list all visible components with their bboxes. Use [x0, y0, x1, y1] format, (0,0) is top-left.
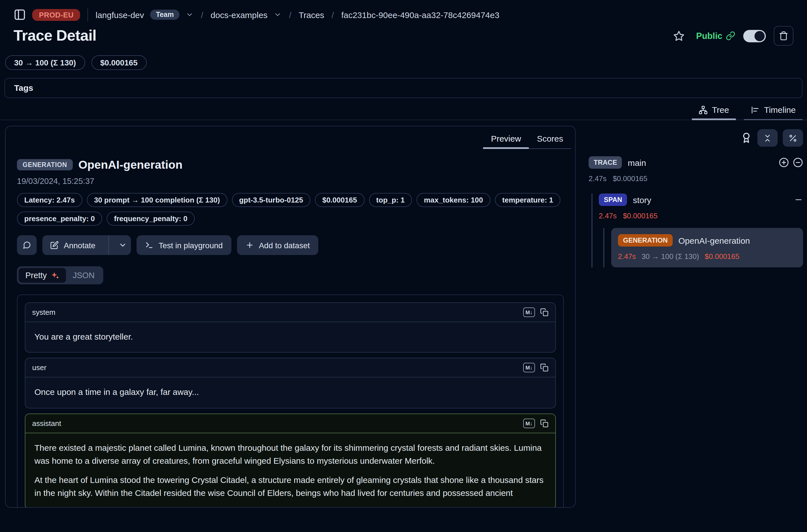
- copy-icon[interactable]: [540, 364, 548, 372]
- content: Preview Scores GENERATION OpenAI-generat…: [0, 120, 807, 508]
- message-tools: M↓: [523, 307, 548, 317]
- trace-cost: $0.000165: [613, 174, 648, 183]
- breadcrumb-separator: /: [289, 10, 291, 19]
- trace-metrics: 2.47s $0.000165: [588, 174, 803, 183]
- markdown-toggle-icon[interactable]: M↓: [523, 363, 535, 373]
- collapse-node-icon[interactable]: [794, 195, 803, 204]
- tab-timeline-label: Timeline: [764, 105, 796, 115]
- annotate-pen-icon: [50, 241, 59, 249]
- message-header: assistant M↓: [25, 414, 555, 433]
- collapse-all-button[interactable]: [757, 129, 778, 147]
- toggle-knob: [754, 31, 765, 41]
- terminal-icon: [145, 241, 153, 249]
- observation-type-badge: GENERATION: [17, 159, 73, 170]
- assistant-paragraph-2: At the heart of Lumina stood the towerin…: [34, 473, 546, 499]
- percent-icon: [788, 133, 797, 142]
- chevrons-down-up-icon: [763, 133, 772, 142]
- generation-latency: 2.47s: [618, 252, 636, 261]
- sidebar-toggle-icon[interactable]: [14, 8, 26, 21]
- detail-tabs: Preview Scores: [6, 126, 575, 149]
- divider: [88, 8, 88, 21]
- comment-button[interactable]: [17, 235, 37, 255]
- tags-section[interactable]: Tags: [4, 78, 803, 98]
- temperature-badge: temperature: 1: [495, 193, 561, 207]
- breadcrumb-org[interactable]: langfuse-dev: [96, 10, 144, 19]
- trace-tree-panel: TRACE main 2.47s $0.000165 SPAN story: [588, 126, 807, 267]
- observation-badges-row2: presence_penalty: 0 frequency_penalty: 0: [17, 212, 564, 226]
- breadcrumb-separator: /: [332, 10, 334, 19]
- environment-badge: PROD-EU: [32, 9, 80, 21]
- tab-timeline[interactable]: Timeline: [744, 105, 803, 120]
- assistant-paragraph-1: There existed a majestic planet called L…: [34, 441, 546, 467]
- annotate-split-button: Annotate: [42, 235, 131, 255]
- star-icon[interactable]: [674, 30, 685, 41]
- delete-button[interactable]: [774, 26, 793, 46]
- message-tools: M↓: [523, 363, 548, 373]
- tab-scores[interactable]: Scores: [529, 131, 571, 149]
- trace-summary: 30 → 100 (Σ 130) $0.000165: [0, 46, 807, 70]
- message-role: assistant: [32, 419, 61, 428]
- plus-circle-icon[interactable]: [779, 157, 789, 168]
- tree-icon: [698, 105, 707, 114]
- award-icon[interactable]: [740, 132, 752, 144]
- annotate-dropdown-button[interactable]: [114, 235, 131, 255]
- public-toggle[interactable]: [743, 30, 766, 42]
- public-link[interactable]: Public: [696, 31, 735, 41]
- annotate-button[interactable]: Annotate: [42, 235, 103, 255]
- span-metrics: 2.47s $0.000165: [599, 212, 803, 220]
- title-row: Trace Detail Public: [0, 21, 807, 46]
- add-to-dataset-button[interactable]: Add to dataset: [237, 235, 318, 255]
- minus-circle-icon[interactable]: [793, 157, 803, 168]
- tree-node-generation-selected[interactable]: GENERATION OpenAI-generation 2.47s 30 → …: [611, 228, 803, 267]
- breadcrumb-separator: /: [201, 10, 203, 19]
- copy-icon[interactable]: [540, 419, 548, 428]
- trace-name: main: [628, 158, 646, 167]
- observation-badges-row1: Latency: 2.47s 30 prompt → 100 completio…: [17, 193, 564, 207]
- span-badge: SPAN: [599, 193, 627, 206]
- public-label: Public: [696, 31, 722, 41]
- message-content: You are a great storyteller.: [25, 322, 555, 352]
- message-system: system M↓ You are a great storyteller.: [25, 302, 556, 353]
- generation-row: GENERATION OpenAI-generation: [618, 234, 796, 247]
- pretty-label: Pretty: [25, 271, 47, 280]
- markdown-toggle-icon[interactable]: M↓: [523, 418, 535, 428]
- cost-badge: $0.000165: [91, 55, 147, 70]
- chevron-down-icon[interactable]: [186, 11, 193, 19]
- format-pretty-button[interactable]: Pretty: [19, 268, 66, 283]
- observation-name: OpenAI-generation: [78, 158, 183, 171]
- breadcrumb-traces[interactable]: Traces: [299, 10, 324, 19]
- sparkles-icon: [51, 271, 59, 280]
- trace-latency: 2.47s: [588, 174, 607, 183]
- trace-children: SPAN story 2.47s $0.000165 GENERATION Op…: [592, 193, 803, 267]
- breadcrumb: PROD-EU langfuse-dev Team / docs-example…: [0, 0, 807, 21]
- message-tools: M↓: [523, 418, 548, 428]
- cost-badge: $0.000165: [315, 193, 364, 207]
- playground-button[interactable]: Test in playground: [136, 235, 231, 255]
- message-header: system M↓: [25, 303, 555, 322]
- chevron-down-icon[interactable]: [274, 11, 282, 19]
- trace-badge: TRACE: [588, 156, 622, 169]
- message-content: Once upon a time in a galaxy far, far aw…: [25, 378, 555, 408]
- copy-icon[interactable]: [540, 308, 548, 317]
- tab-preview[interactable]: Preview: [483, 131, 529, 149]
- breadcrumb-project[interactable]: docs-examples: [210, 10, 267, 19]
- span-cost: $0.000165: [623, 212, 658, 220]
- tree-node-trace[interactable]: TRACE main: [588, 156, 803, 169]
- tree-toolbar: [588, 126, 803, 147]
- markdown-toggle-icon[interactable]: M↓: [523, 307, 535, 317]
- link-icon: [726, 31, 735, 41]
- format-json-button[interactable]: JSON: [66, 268, 101, 283]
- generation-badge: GENERATION: [618, 234, 673, 247]
- tree-node-span[interactable]: SPAN story: [599, 193, 803, 206]
- observation-timestamp: 19/03/2024, 15:25:37: [17, 176, 564, 186]
- tab-tree[interactable]: Tree: [692, 105, 736, 120]
- metrics-percent-button[interactable]: [783, 129, 803, 147]
- message-role: user: [32, 364, 46, 372]
- generation-name: OpenAI-generation: [678, 235, 750, 245]
- org-plan-badge: Team: [150, 10, 180, 20]
- message-assistant: assistant M↓ There existed a majestic pl…: [25, 413, 556, 508]
- comment-icon: [23, 241, 31, 249]
- chevron-down-icon: [118, 241, 127, 249]
- timeline-icon: [751, 105, 759, 114]
- trace-controls: [779, 157, 803, 168]
